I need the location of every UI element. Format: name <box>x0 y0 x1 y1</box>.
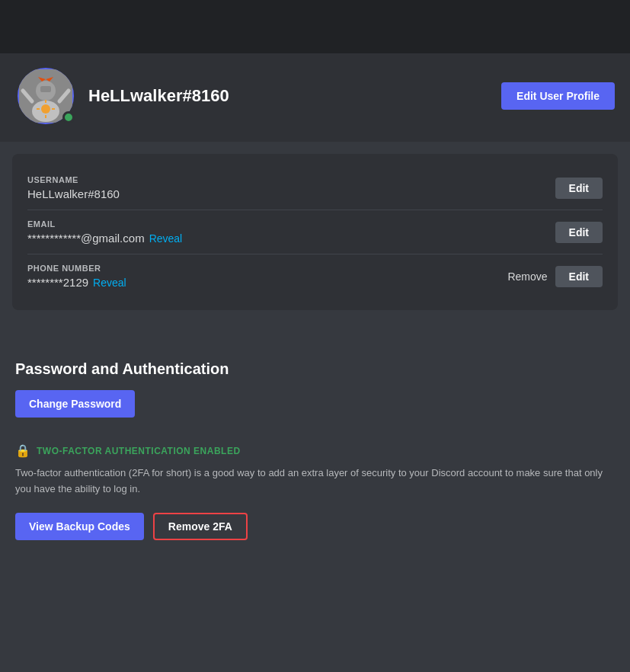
twofa-header: 🔒 TWO-FACTOR AUTHENTICATION ENABLED <box>15 443 615 458</box>
phone-label: PHONE NUMBER <box>27 264 126 273</box>
twofa-buttons: View Backup Codes Remove 2FA <box>15 513 615 540</box>
view-backup-codes-button[interactable]: View Backup Codes <box>15 513 144 540</box>
section-divider <box>0 322 630 353</box>
phone-edit-button[interactable]: Edit <box>555 266 603 287</box>
username-edit-button[interactable]: Edit <box>555 178 603 199</box>
profile-header: HeLLwalker#8160 Edit User Profile <box>0 53 630 142</box>
password-auth-section: Password and Authentication Change Passw… <box>0 353 630 555</box>
phone-field-row: PHONE NUMBER ********2129Reveal Remove E… <box>27 254 603 298</box>
online-status-dot <box>62 111 75 123</box>
profile-info-card: USERNAME HeLLwalker#8160 Edit EMAIL ****… <box>12 154 618 310</box>
svg-rect-5 <box>40 86 51 92</box>
remove-2fa-button[interactable]: Remove 2FA <box>153 513 248 540</box>
edit-profile-button[interactable]: Edit User Profile <box>501 82 615 110</box>
phone-field-content: PHONE NUMBER ********2129Reveal <box>27 264 126 289</box>
email-edit-button[interactable]: Edit <box>555 222 603 243</box>
twofa-description: Two-factor authentication (2FA for short… <box>15 466 609 498</box>
phone-value: ********2129Reveal <box>27 276 126 289</box>
username-label: USERNAME <box>27 175 120 184</box>
phone-reveal-link[interactable]: Reveal <box>93 277 126 289</box>
lock-icon: 🔒 <box>15 443 30 458</box>
twofa-section: 🔒 TWO-FACTOR AUTHENTICATION ENABLED Two-… <box>15 443 615 540</box>
username-actions: Edit <box>555 178 603 199</box>
email-value: ************@gmail.comReveal <box>27 232 182 245</box>
email-actions: Edit <box>555 222 603 243</box>
email-label: EMAIL <box>27 219 182 229</box>
profile-left: HeLLwalker#8160 <box>15 66 229 126</box>
profile-username: HeLLwalker#8160 <box>88 86 229 106</box>
avatar-wrapper <box>15 66 76 126</box>
change-password-button[interactable]: Change Password <box>15 390 135 418</box>
email-field-row: EMAIL ************@gmail.comReveal Edit <box>27 210 603 254</box>
top-band <box>0 0 630 53</box>
phone-actions: Remove Edit <box>507 266 603 287</box>
username-field-content: USERNAME HeLLwalker#8160 <box>27 175 120 200</box>
section-title: Password and Authentication <box>15 360 615 378</box>
username-field-row: USERNAME HeLLwalker#8160 Edit <box>27 166 603 210</box>
email-field-content: EMAIL ************@gmail.comReveal <box>27 219 182 245</box>
username-value: HeLLwalker#8160 <box>27 187 120 200</box>
twofa-label: TWO-FACTOR AUTHENTICATION ENABLED <box>37 446 241 456</box>
email-reveal-link[interactable]: Reveal <box>149 232 183 245</box>
phone-remove-button[interactable]: Remove <box>507 270 547 283</box>
svg-point-6 <box>41 104 50 114</box>
